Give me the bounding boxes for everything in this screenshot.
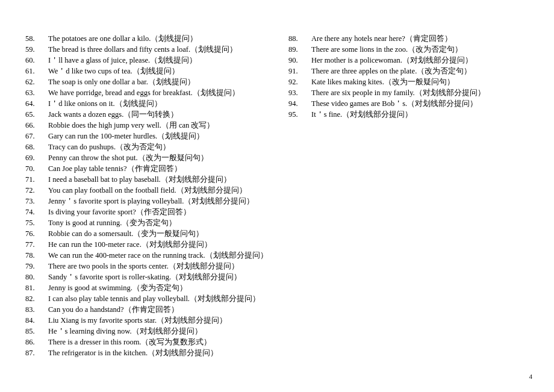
item-text: There are three apples on the plate.（改为否… (311, 66, 531, 76)
list-item: 72.You can play football on the football… (23, 185, 268, 196)
list-item: 71.I need a baseball bat to play basebal… (23, 174, 268, 185)
item-text: We can run the 400-meter race on the run… (48, 250, 268, 261)
item-text: The bread is three dollars and fifty cen… (48, 44, 268, 55)
list-item: 64.I＇d like onions on it.（划线提问） (23, 98, 268, 109)
item-text: Gary can run the 100-meter hurdles.（划线提问… (48, 131, 268, 142)
item-text: Robbie can do a somersault.（变为一般疑问句） (48, 228, 268, 239)
list-item: 86.There is a dresser in this room.（改写为复… (23, 337, 268, 347)
item-text: There is a dresser in this room.（改写为复数形式… (48, 337, 268, 347)
item-number: 88. (286, 33, 311, 44)
item-number: 89. (286, 44, 311, 55)
item-number: 95. (286, 109, 311, 120)
item-number: 90. (286, 55, 311, 66)
item-text: I need a baseball bat to play baseball.（… (48, 174, 268, 185)
item-number: 87. (23, 347, 48, 358)
item-text: Can Joe play table tennis?（作肯定回答） (48, 163, 268, 174)
item-text: I can also play table tennis and play vo… (48, 293, 268, 304)
list-item: 77.He can run the 100-meter race.（对划线部分提… (23, 239, 268, 250)
item-number: 61. (23, 66, 48, 76)
item-number: 92. (286, 76, 311, 87)
item-text: I＇ll have a glass of juice, please.（划线提问… (48, 55, 268, 66)
item-text: Robbie does the high jump very well.（用 c… (48, 120, 268, 131)
list-item: 65.Jack wants a dozen eggs.（同一句转换） (23, 109, 268, 120)
item-text: We＇d like two cups of tea.（划线提问） (48, 66, 268, 76)
item-text: Kate likes making kites.（改为一般疑问句） (311, 76, 531, 87)
item-number: 94. (286, 98, 311, 109)
right-column: 88.Are there any hotels near here?（肯定回答）… (286, 33, 531, 358)
list-item: 91.There are three apples on the plate.（… (286, 66, 531, 76)
list-item: 89.There are some lions in the zoo.（改为否定… (286, 44, 531, 55)
item-text: Sandy＇s favorite sport is roller-skating… (48, 272, 268, 282)
list-item: 79.There are two pools in the sports cen… (23, 261, 268, 272)
item-text: We have porridge, bread and eggs for bre… (48, 87, 268, 98)
item-number: 76. (23, 228, 48, 239)
item-text: The potatoes are one dollar a kilo.（划线提问… (48, 33, 268, 44)
left-column: 58.The potatoes are one dollar a kilo.（划… (23, 33, 268, 358)
item-text: Tony is good at running.（变为否定句） (48, 217, 268, 228)
item-text: It＇s fine.（对划线部分提问） (311, 109, 531, 120)
item-text: The refrigerator is in the kitchen.（对划线部… (48, 347, 268, 358)
list-item: 87.The refrigerator is in the kitchen.（对… (23, 347, 268, 358)
item-text: Is diving your favorite sport?（作否定回答） (48, 207, 268, 217)
item-text: The soap is only one dollar a bar.（划线提问） (48, 76, 268, 87)
list-item: 75.Tony is good at running.（变为否定句） (23, 217, 268, 228)
item-text: Can you do a handstand?（作肯定回答） (48, 304, 268, 315)
item-text: There are some lions in the zoo.（改为否定句） (311, 44, 531, 55)
list-item: 83.Can you do a handstand?（作肯定回答） (23, 304, 268, 315)
list-item: 95.It＇s fine.（对划线部分提问） (286, 109, 531, 120)
item-number: 74. (23, 207, 48, 217)
list-item: 62.The soap is only one dollar a bar.（划线… (23, 76, 268, 87)
item-number: 64. (23, 98, 48, 109)
list-item: 94.These video games are Bob＇s.（对划线部分提问） (286, 98, 531, 109)
item-number: 83. (23, 304, 48, 315)
item-number: 86. (23, 337, 48, 347)
item-number: 63. (23, 87, 48, 98)
list-item: 60.I＇ll have a glass of juice, please.（划… (23, 55, 268, 66)
item-number: 81. (23, 282, 48, 293)
item-text: You can play football on the football fi… (48, 185, 268, 196)
item-text: There are six people in my family.（对划线部分… (311, 87, 531, 98)
item-number: 93. (286, 87, 311, 98)
item-text: Penny can throw the shot put.（改为一般疑问句） (48, 152, 268, 163)
item-number: 73. (23, 196, 48, 207)
item-number: 66. (23, 120, 48, 131)
list-item: 85.He＇s learning diving now.（对划线部分提问） (23, 326, 268, 337)
item-text: Liu Xiang is my favorite sports star.（对划… (48, 315, 268, 326)
list-item: 63.We have porridge, bread and eggs for … (23, 87, 268, 98)
item-text: These video games are Bob＇s.（对划线部分提问） (311, 98, 531, 109)
item-text: Are there any hotels near here?（肯定回答） (311, 33, 531, 44)
item-text: Her mother is a policewoman.（对划线部分提问） (311, 55, 531, 66)
list-item: 67.Gary can run the 100-meter hurdles.（划… (23, 131, 268, 142)
list-item: 92.Kate likes making kites.（改为一般疑问句） (286, 76, 531, 87)
list-item: 81.Jenny is good at swimming.（变为否定句） (23, 282, 268, 293)
list-item: 74.Is diving your favorite sport?（作否定回答） (23, 207, 268, 217)
list-item: 70.Can Joe play table tennis?（作肯定回答） (23, 163, 268, 174)
list-item: 82.I can also play table tennis and play… (23, 293, 268, 304)
item-number: 85. (23, 326, 48, 337)
item-number: 67. (23, 131, 48, 142)
list-item: 88.Are there any hotels near here?（肯定回答） (286, 33, 531, 44)
list-item: 73.Jenny＇s favorite sport is playing vol… (23, 196, 268, 207)
item-number: 60. (23, 55, 48, 66)
item-number: 69. (23, 152, 48, 163)
item-text: Jenny＇s favorite sport is playing volley… (48, 196, 268, 207)
item-number: 75. (23, 217, 48, 228)
item-number: 68. (23, 142, 48, 152)
list-item: 69.Penny can throw the shot put.（改为一般疑问句… (23, 152, 268, 163)
list-item: 78.We can run the 400-meter race on the … (23, 250, 268, 261)
list-item: 61.We＇d like two cups of tea.（划线提问） (23, 66, 268, 76)
page-number: 4 (529, 373, 533, 380)
item-number: 80. (23, 272, 48, 282)
page-content: 58.The potatoes are one dollar a kilo.（划… (0, 0, 554, 358)
list-item: 76.Robbie can do a somersault.（变为一般疑问句） (23, 228, 268, 239)
item-text: He can run the 100-meter race.（对划线部分提问） (48, 239, 268, 250)
item-text: Tracy can do pushups.（改为否定句） (48, 142, 268, 152)
list-item: 68.Tracy can do pushups.（改为否定句） (23, 142, 268, 152)
list-item: 80.Sandy＇s favorite sport is roller-skat… (23, 272, 268, 282)
item-text: There are two pools in the sports center… (48, 261, 268, 272)
list-item: 84.Liu Xiang is my favorite sports star.… (23, 315, 268, 326)
item-number: 77. (23, 239, 48, 250)
item-number: 65. (23, 109, 48, 120)
list-item: 58.The potatoes are one dollar a kilo.（划… (23, 33, 268, 44)
item-number: 82. (23, 293, 48, 304)
